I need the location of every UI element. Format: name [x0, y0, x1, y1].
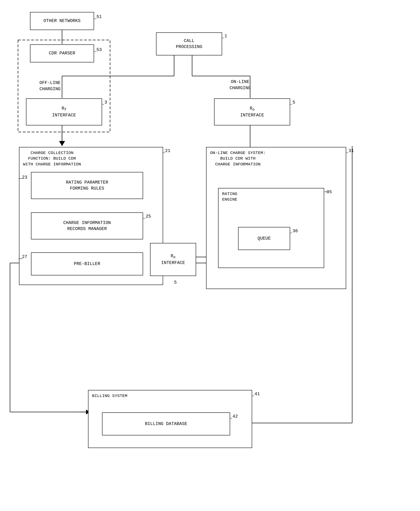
pre-biller-label: PRE-BILLER [74, 261, 100, 267]
ref-line-53: — [94, 49, 97, 54]
ref-41: 41 [255, 392, 260, 397]
billing-db-label: BILLING DATABASE [145, 421, 187, 427]
ref-42: 42 [232, 414, 238, 419]
charge-info-mgr-box: CHARGE INFORMATIONRECORDS MANAGER [31, 212, 143, 239]
ref-line-51: — [94, 16, 97, 21]
svg-marker-3 [59, 141, 65, 146]
ref-line-3: — [102, 102, 104, 107]
ro-interface-mid-box: RoINTERFACE [150, 243, 196, 276]
ref-21: 21 [165, 148, 170, 153]
queue-label: QUEUE [257, 236, 271, 242]
ref-36: 36 [292, 229, 298, 234]
ref-line-41: — [252, 394, 254, 398]
offline-charging-label: OFF-LINECHARGING [30, 80, 70, 92]
other-networks-box: OTHER NETWORKS [30, 12, 94, 30]
ref-25: 25 [146, 214, 151, 219]
call-processing-label: CALLPROCESSING [176, 38, 202, 50]
other-networks-label: OTHER NETWORKS [44, 18, 81, 24]
ro-interface-top-box: RoINTERFACE [214, 98, 290, 126]
ro-interface-top-label: RoINTERFACE [240, 106, 264, 118]
billing-db-box: BILLING DATABASE [102, 412, 230, 435]
ref-3: 3 [105, 100, 107, 105]
ref-line-42: — [230, 416, 232, 421]
ref-line-1: — [222, 36, 224, 40]
charge-info-mgr-label: CHARGE INFORMATIONRECORDS MANAGER [63, 220, 111, 232]
ref-line-25: — [143, 216, 145, 221]
ref-5-top: 5 [292, 100, 295, 105]
diagram-container: OTHER NETWORKS 51 — CDR PARSER 53 — CALL… [0, 0, 420, 511]
rf-interface-label: RfINTERFACE [52, 106, 76, 118]
pre-biller-box: PRE-BILLER [31, 252, 143, 275]
ref-35: 35 [327, 190, 332, 195]
charge-collection-label: CHARGE COLLECTIONFUNCTION: BUILD CDRWITH… [23, 150, 81, 167]
ref-53: 53 [97, 47, 102, 52]
rating-param-label: RATING PARAMETERFORMING RULES [66, 180, 108, 191]
rating-engine-label: RATINGENGINE [222, 191, 237, 203]
ref-line-27: | [18, 257, 23, 260]
rf-interface-box: RfINTERFACE [26, 98, 102, 126]
ref-line-35 [324, 192, 328, 192]
ref-line-31: — [346, 150, 348, 155]
ref-5-mid: 5 [174, 280, 177, 285]
ref-line-36: — [290, 231, 292, 235]
queue-box: QUEUE [238, 227, 290, 250]
cdr-parser-box: CDR PARSER [30, 44, 94, 62]
ref-1: 1 [225, 34, 227, 39]
ref-27: 27 [22, 254, 27, 259]
billing-system-label: BILLING SYSTEM [92, 393, 127, 399]
rating-param-box: RATING PARAMETERFORMING RULES [31, 172, 143, 199]
online-charge-label: ON-LINE CHARGE SYSTEM:BUILD CDR WITHCHAR… [210, 150, 266, 167]
ref-line-23: | [18, 177, 23, 180]
cdr-parser-label: CDR PARSER [49, 50, 75, 56]
ref-line-5top: — [290, 102, 292, 107]
online-text: ON-LINECHARGING [230, 79, 251, 91]
ref-51: 51 [97, 15, 102, 19]
online-charging-label: ON-LINECHARGING [220, 79, 260, 91]
call-processing-box: CALLPROCESSING [156, 32, 222, 55]
ref-line-21: — [163, 150, 165, 155]
ref-23: 23 [22, 175, 27, 180]
ref-31: 31 [349, 148, 354, 153]
ro-interface-mid-label: RoINTERFACE [161, 253, 185, 266]
offline-text: OFF-LINECHARGING [39, 80, 61, 92]
